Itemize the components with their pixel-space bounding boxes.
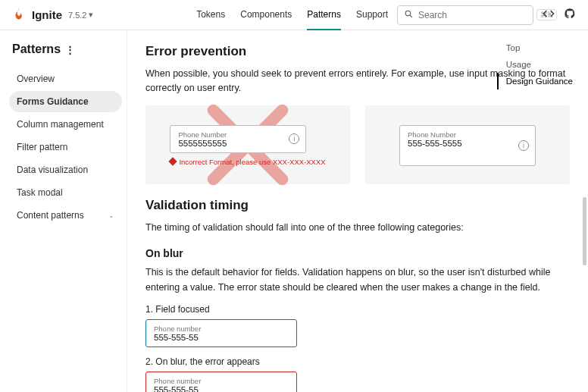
section-heading: Validation timing [145, 198, 570, 213]
example-good: Phone Number 555-555-5555 i [365, 105, 570, 184]
example-bad: Phone Number 5555555555 i Incorrect Form… [145, 105, 350, 184]
phone-field-bad: Phone Number 5555555555 i [170, 125, 306, 153]
brand-name: Ignite [32, 8, 62, 21]
nav-link-tokens[interactable]: Tokens [196, 0, 225, 30]
toc-item[interactable]: Design Guidance [497, 73, 573, 89]
search-input[interactable] [418, 10, 532, 20]
demo-field-error: Phone number 555-555-55 [145, 372, 297, 392]
scrollbar[interactable] [583, 197, 586, 265]
section-body: The timing of validation should fall int… [145, 221, 570, 235]
toc-item[interactable]: Top [506, 39, 573, 56]
sidebar-item[interactable]: Content patterns⌄ [9, 205, 122, 226]
main-content: TopUsageDesign Guidance Error prevention… [127, 30, 588, 392]
nav-link-support[interactable]: Support [356, 0, 388, 30]
sidebar-item[interactable]: Filter pattern [9, 136, 122, 158]
top-header: Ignite 7.5.2▾ TokensComponentsPatternsSu… [0, 0, 588, 30]
sidebar-item[interactable]: Task modal [9, 182, 122, 203]
dots-icon[interactable]: ⋮ [65, 44, 75, 55]
info-icon: i [289, 133, 299, 144]
code-icon[interactable] [543, 8, 555, 22]
primary-nav: TokensComponentsPatternsSupport [196, 0, 388, 30]
page-toc: TopUsageDesign Guidance [497, 39, 573, 89]
info-icon: i [518, 140, 529, 151]
error-icon [169, 158, 177, 166]
search-box[interactable]: ⌘K [397, 5, 533, 25]
chevron-down-icon: ⌄ [108, 212, 114, 219]
flame-icon [12, 7, 26, 23]
sidebar-title: Patterns ⋮ [9, 42, 127, 56]
error-message: Incorrect Format, please use XXX-XXX-XXX… [170, 158, 325, 166]
toc-item[interactable]: Usage [506, 56, 573, 73]
demo-field-focused: Phone number 555-555-55 [145, 319, 297, 347]
sidebar-list: OverviewForms GuidanceColumn managementF… [9, 68, 127, 226]
example-row: Phone Number 5555555555 i Incorrect Form… [145, 105, 570, 184]
svg-point-0 [405, 11, 411, 16]
version-selector[interactable]: 7.5.2▾ [68, 10, 93, 20]
nav-link-patterns[interactable]: Patterns [307, 0, 341, 30]
svg-line-1 [410, 15, 412, 17]
phone-field-good: Phone Number 555-555-5555 i [399, 125, 536, 166]
sidebar-item[interactable]: Data visualization [9, 159, 122, 180]
step-label: 2. On blur, the error appears [145, 356, 570, 367]
brand: Ignite 7.5.2▾ [12, 7, 93, 23]
sidebar-item[interactable]: Overview [9, 68, 122, 89]
subsection-heading: On blur [145, 247, 570, 259]
nav-link-components[interactable]: Components [240, 0, 292, 30]
sidebar-item[interactable]: Column management [9, 114, 122, 135]
search-icon [404, 9, 414, 21]
step-label: 1. Field focused [145, 304, 570, 315]
github-icon[interactable] [564, 8, 576, 22]
subsection-body: This is the default behavior for fields.… [145, 265, 570, 295]
caret-down-icon: ▾ [89, 10, 93, 20]
sidebar-item[interactable]: Forms Guidance [9, 91, 122, 112]
sidebar: Patterns ⋮ OverviewForms GuidanceColumn … [0, 30, 127, 392]
